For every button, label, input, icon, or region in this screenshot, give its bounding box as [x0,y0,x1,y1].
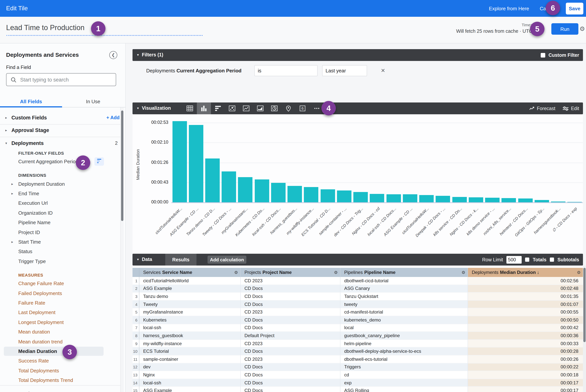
cell-pipeline-name[interactable]: dbothwell-ecs-tutorial [340,356,468,363]
column-gear-icon[interactable]: ⚙ [462,270,465,275]
chart-bar[interactable] [518,199,533,202]
chart-bar[interactable] [320,189,335,202]
cell-pipeline-name[interactable]: Tanzu Quickstart [340,292,468,300]
sidebar-item-organization-id[interactable]: Organization ID [0,208,121,218]
chart-bar[interactable] [222,172,236,202]
chart-bar[interactable] [353,192,368,202]
field-search-input[interactable] [20,74,113,86]
cell-median-duration[interactable]: 00:00:17 [468,379,583,387]
totals-checkbox[interactable] [525,258,529,262]
scatter-viz-icon[interactable] [225,102,239,114]
cell-median-duration[interactable]: 00:00:28 [468,348,583,356]
chart-bar[interactable] [419,195,434,202]
single-value-viz-icon[interactable]: 6 [295,102,310,114]
cell-project-name[interactable]: CD Docs [241,292,340,300]
tab-in-use[interactable]: In Use [62,97,124,107]
line-viz-icon[interactable] [239,102,253,114]
cell-pipeline-name[interactable]: tweety [340,300,468,308]
cell-project-name[interactable]: CD Docs [241,348,340,356]
tab-all-fields[interactable]: All Fields [0,97,62,107]
sidebar-item-change-failure-rate[interactable]: Change Failure Rate [0,279,121,288]
cell-median-duration[interactable]: 00:00:22 [468,363,583,371]
column-gear-icon[interactable]: ⚙ [577,270,581,275]
table-viz-icon[interactable] [183,102,197,114]
filter-icon[interactable] [94,157,104,166]
cell-service-name[interactable]: Tweety [139,300,241,308]
subtotals-checkbox[interactable] [550,258,554,262]
column-gear-icon[interactable]: ⚙ [234,270,238,275]
cell-pipeline-name[interactable]: kubernetes_demo [340,316,468,324]
sidebar-item-failure-rate[interactable]: Failure Rate [0,298,121,308]
cell-median-duration[interactable]: 00:00:26 [468,356,583,363]
chart-bar[interactable] [502,198,516,202]
cell-pipeline-name[interactable]: local [340,324,468,332]
map-viz-icon[interactable] [281,102,295,114]
chart-bar[interactable] [287,186,302,202]
chart-bar[interactable] [469,197,483,202]
sidebar-item-end-time[interactable]: ▸End Time [0,189,121,198]
cell-service-name[interactable]: dev [139,363,241,371]
sidebar-item-custom-fields[interactable]: ▸Custom Fields+ Add [0,111,121,124]
chart-bar[interactable] [436,196,450,202]
tile-title[interactable]: Lead Time to Production [6,24,84,32]
cell-pipeline-name[interactable]: guestbook_canary_pipeline [340,332,468,340]
collapse-filters-icon[interactable]: ▾ [137,53,139,57]
chart-bar[interactable] [172,121,187,202]
sidebar-item-status[interactable]: Status [0,247,121,256]
sidebar-item-median-duration[interactable]: Median Duration [0,346,121,356]
cell-service-name[interactable]: local-ssh [139,324,241,332]
cell-median-duration[interactable]: 00:01:35 [468,292,583,300]
sidebar-item-last-deployment[interactable]: Last Deployment [0,308,121,317]
sidebar-item-project-id[interactable]: Project ID [0,228,121,237]
table-scrollbar[interactable] [583,266,586,392]
chart-bar[interactable] [568,202,582,202]
cell-project-name[interactable]: CD Docs [241,371,340,379]
chart-bar[interactable] [551,201,566,202]
column-header-project-name[interactable]: ProjectsProject Name⚙ [241,268,340,277]
cell-service-name[interactable]: Tanzu demo [139,292,241,300]
cell-pipeline-name[interactable]: dbothwell-cicd-tutorial [340,277,468,285]
chart-bar[interactable] [370,194,384,202]
cell-pipeline-name[interactable]: cd-manifest-tutorial [340,308,468,316]
cell-project-name[interactable]: CD Docs [241,316,340,324]
table-scrollbar-thumb[interactable] [583,268,586,342]
cell-service-name[interactable]: ECS Tutorial [139,348,241,356]
cell-service-name[interactable]: my-wildfly-instance [139,340,241,348]
run-button[interactable]: Run [551,23,579,35]
sidebar-scrollbar[interactable] [120,108,124,392]
cell-project-name[interactable]: CD Docs [241,379,340,387]
sidebar-item-success-rate[interactable]: Success Rate [0,356,121,366]
cell-median-duration[interactable]: 00:00:50 [468,316,583,324]
results-tab[interactable]: Results [165,254,196,266]
cell-service-name[interactable]: ASG Example [139,285,241,292]
cell-pipeline-name[interactable]: ASG Canary [340,285,468,292]
cell-pipeline-name[interactable]: Triggers [340,363,468,371]
column-header-pipeline-name[interactable]: PipelinesPipeline Name⚙ [340,268,468,277]
sidebar-item-pipeline-name[interactable]: Pipeline Name [0,218,121,228]
remove-filter-icon[interactable]: ✕ [381,65,385,76]
custom-filter-checkbox[interactable] [541,53,546,57]
cell-pipeline-name[interactable]: helm-pipeline [340,340,468,348]
forecast-button[interactable]: Forecast [529,106,555,111]
cell-project-name[interactable]: CD 2023 [241,340,340,348]
sidebar-item-total-deployments-trend[interactable]: Total Deployments Trend [0,376,121,385]
cell-median-duration[interactable]: 00:02:48 [468,285,583,292]
sidebar-item-deployment-duration[interactable]: ▸Deployment Duration [0,179,121,189]
column-viz-icon[interactable] [197,102,211,114]
pie-viz-icon[interactable] [267,102,281,114]
cell-project-name[interactable]: CD Docs [241,285,340,292]
cell-project-name[interactable]: CD Docs [241,363,340,371]
cell-median-duration[interactable]: 00:02:56 [468,277,583,285]
cell-median-duration[interactable]: 00:00:55 [468,308,583,316]
chart-bar[interactable] [337,190,351,202]
cell-median-duration[interactable]: 00:00:36 [468,332,583,340]
sidebar-item-total-deployments[interactable]: Total Deployments [0,366,121,376]
cell-project-name[interactable]: Default Project [241,332,340,340]
cell-service-name[interactable]: ASG Example [139,387,241,392]
cell-project-name[interactable]: CD 2023 [241,308,340,316]
cell-median-duration[interactable]: 00:00:33 [468,340,583,348]
save-button[interactable]: Save [566,2,583,14]
collapse-data-icon[interactable]: ▾ [137,258,139,261]
chart-bar[interactable] [403,194,417,202]
chevron-right-icon[interactable]: ▸ [11,192,13,196]
